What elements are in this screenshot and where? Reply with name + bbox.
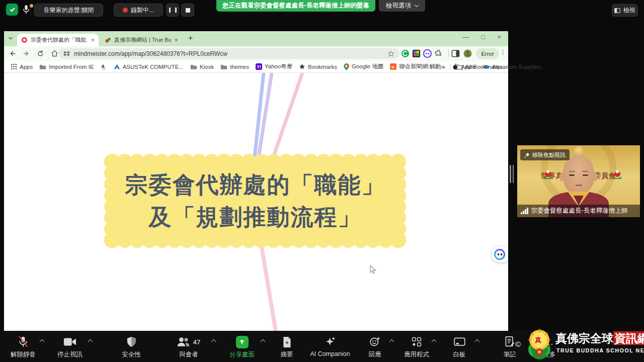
pin-icon: [524, 152, 530, 158]
side-panel-icon[interactable]: [451, 49, 460, 58]
meeting-security-shield-icon[interactable]: [6, 4, 18, 16]
mindmap-canvas[interactable]: 宗委會代辦處的「職能」 及「規劃推動流程」: [4, 72, 508, 331]
reload-button[interactable]: [34, 48, 46, 60]
extension-assistant-icon[interactable]: [423, 49, 432, 58]
ai-companion-button[interactable]: AI Companion: [310, 335, 350, 357]
assistant-widget-button[interactable]: [492, 246, 508, 262]
view-label: 檢視: [623, 6, 635, 15]
root-node-title: 宗委會代辦處的「職能」 及「規劃推動流程」: [104, 154, 406, 248]
site-info-icon[interactable]: [63, 50, 70, 57]
bookmark-star-icon[interactable]: [387, 50, 394, 57]
watching-screen-banner: 您正在觀看宗委會督察處處長-長老釋蓮僧上師的螢幕: [216, 0, 375, 12]
chevron-down-icon: [415, 3, 419, 7]
meeting-top-bar: 音樂家的原聲:關閉 錄製中... 您正在觀看宗委會督察處處長-長老釋蓮僧上師的螢…: [0, 0, 644, 22]
whiteboard-options-chevron[interactable]: [475, 339, 480, 344]
all-bookmarks-folder[interactable]: All Bookmarks: [456, 64, 503, 70]
reactions-button[interactable]: 回應: [369, 335, 381, 359]
tbsn-title-red: 資訊網: [613, 331, 644, 345]
close-tab-icon[interactable]: ×: [91, 36, 95, 44]
new-tab-button[interactable]: +: [188, 34, 193, 43]
svg-text:真: 真: [535, 336, 541, 344]
bookmark-themes-folder[interactable]: themes: [220, 64, 249, 70]
browser-tab-strip: 宗委會代辦處的「職能」及「規劃 × 真佛宗務網站 | True Buddha S…: [4, 31, 508, 46]
window-maximize-button[interactable]: □: [481, 33, 485, 41]
bookmark-bookmarks[interactable]: Bookmarks: [299, 63, 337, 70]
remove-pin-video-button[interactable]: 移除焦點視訊: [520, 149, 570, 160]
view-options-button[interactable]: 檢視選項: [379, 0, 425, 12]
stop-recording-button[interactable]: [181, 4, 194, 17]
mindmap-root-node[interactable]: 宗委會代辦處的「職能」 及「規劃推動流程」: [104, 154, 406, 248]
bookmark-google-maps[interactable]: Google 地圖: [344, 63, 383, 70]
recording-label: 錄製中...: [131, 6, 154, 15]
bookmark-asus[interactable]: ASUSTeK COMPUTE...: [114, 63, 184, 70]
svg-text:Y!: Y!: [257, 64, 261, 69]
original-sound-button[interactable]: 音樂家的原聲:關閉: [34, 4, 103, 17]
extensions-puzzle-icon[interactable]: [434, 49, 443, 58]
tbsn-subtitle: TRUE BUDDHA SCHOOL NET: [556, 347, 644, 353]
pause-recording-button[interactable]: [166, 4, 179, 17]
microphone-status-icon[interactable]: [22, 4, 32, 16]
video-panel-drag-handle[interactable]: [510, 165, 514, 183]
window-minimize-button[interactable]: —: [462, 33, 469, 41]
tbsn-watermark-logo: © 真 真佛宗全球資訊網 TRUE BUDDHA SCHOOL NET: [515, 328, 642, 361]
error-badge[interactable]: Error: [476, 48, 499, 59]
participants-button[interactable]: 47 與會者: [177, 335, 200, 359]
mic-alert-badge: [30, 4, 33, 8]
participants-options-chevron[interactable]: [211, 339, 216, 344]
tab-true-buddha[interactable]: 真佛宗務網站 | True Buddha Sch ×: [101, 34, 182, 46]
assistant-face-icon: [494, 249, 505, 260]
share-options-chevron[interactable]: [261, 339, 266, 344]
layout-view-icon: [614, 8, 620, 14]
bookmark-kiosk-folder[interactable]: Kiosk: [190, 64, 214, 70]
bookmark-imported-folder[interactable]: Imported From IE: [39, 64, 94, 70]
forward-button[interactable]: [20, 48, 32, 60]
bookmark-apps[interactable]: Apps: [11, 63, 33, 70]
toolbar-divider: [448, 50, 449, 57]
bookmark-udn-news[interactable]: u 聯合新聞網:觸動...: [390, 63, 446, 70]
bookmarks-overflow-chevron[interactable]: »: [441, 63, 445, 70]
apps-options-chevron[interactable]: [432, 339, 437, 344]
camera-icon: [63, 337, 76, 347]
bookmark-yahoo[interactable]: Y! Yahoo奇摩: [256, 63, 292, 70]
close-tab-icon[interactable]: ×: [174, 36, 178, 44]
yahoo-icon: Y!: [256, 63, 262, 70]
apps-button[interactable]: 應用程式: [404, 335, 429, 359]
profile-avatar[interactable]: [463, 49, 472, 58]
browser-menu-icon[interactable]: ⋮: [500, 48, 506, 56]
share-screen-button[interactable]: 分享畫面: [229, 335, 255, 359]
speaker-video-thumbnail[interactable]: 世界真佛宗宗務委員會 宗委會督察處處長-長老釋蓮僧上師 移除焦點視訊: [517, 145, 640, 217]
tab-search-chevron-icon[interactable]: [8, 36, 13, 41]
udn-icon: u: [390, 63, 396, 70]
map-pin-icon: [344, 63, 349, 70]
unmute-button[interactable]: 解除靜音: [11, 335, 36, 359]
apps-icon: [411, 336, 422, 347]
mute-options-chevron[interactable]: [40, 339, 45, 344]
asus-icon: [114, 63, 120, 70]
reactions-options-chevron[interactable]: [389, 339, 394, 344]
video-options-chevron[interactable]: [88, 339, 93, 344]
bookmarks-bar: Apps Imported From IE a ASUSTeK COMPUTE.…: [4, 61, 508, 72]
extension-color-icon[interactable]: [412, 49, 421, 58]
lotus-emblem-icon: [611, 167, 624, 180]
window-close-button[interactable]: ×: [497, 33, 501, 41]
extension-green-icon[interactable]: [401, 49, 410, 58]
signal-strength-icon: [521, 208, 528, 214]
stop-video-button[interactable]: 停止視訊: [57, 335, 83, 359]
reactions-smiley-icon: [369, 336, 380, 347]
whiteboard-button[interactable]: 白板: [453, 335, 466, 359]
bookmark-amazon[interactable]: a: [101, 63, 107, 70]
view-button[interactable]: 檢視: [612, 4, 638, 17]
address-bar[interactable]: mindmeister.com/app/map/3062480376?t=RPL…: [58, 48, 399, 59]
tab-mindmeister[interactable]: 宗委會代辦處的「職能」及「規劃 ×: [17, 34, 99, 46]
summary-doc-icon: [282, 336, 292, 348]
star-icon: [299, 63, 305, 70]
chrome-browser-window: 宗委會代辦處的「職能」及「規劃 × 真佛宗務網站 | True Buddha S…: [4, 31, 508, 331]
tab-title: 真佛宗務網站 | True Buddha Sch: [114, 36, 171, 44]
notes-button[interactable]: 筆記: [504, 335, 516, 359]
folder-icon: [39, 64, 46, 70]
url-text[interactable]: mindmeister.com/app/map/3062480376?t=RPL…: [74, 50, 383, 57]
original-sound-label: 音樂家的原聲:關閉: [44, 6, 94, 15]
summary-button[interactable]: 摘要: [281, 335, 293, 359]
security-button[interactable]: 安全性: [122, 335, 141, 359]
back-button[interactable]: [6, 48, 18, 60]
